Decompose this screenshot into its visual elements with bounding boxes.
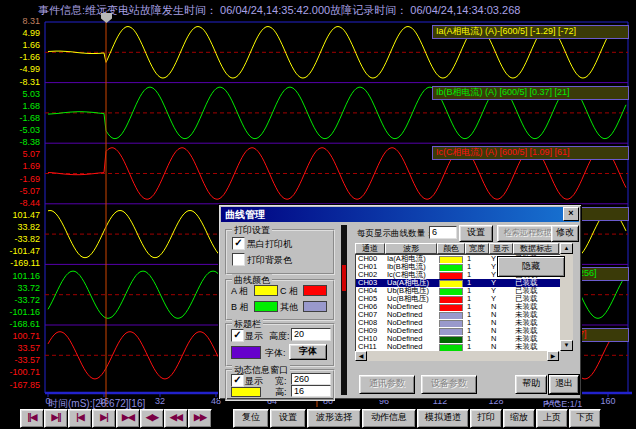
close-icon[interactable]: × xyxy=(563,207,579,221)
dyninfo-show-checkbox[interactable]: ✓ xyxy=(231,374,244,387)
y-scale-label-CH02: -5.07 xyxy=(0,187,40,196)
dyninfo-width-input[interactable]: 260 xyxy=(291,373,331,385)
y-scale-label-CH02: 1.69 xyxy=(0,162,40,171)
row-color-swatch xyxy=(439,328,463,335)
device-params-button[interactable]: 设备参数 xyxy=(421,375,477,394)
dyninfo-height-label: 高: xyxy=(275,386,287,399)
print-bg-checkbox[interactable] xyxy=(232,253,245,266)
horizontal-scrollbar[interactable]: ◀ ▶ xyxy=(355,351,559,361)
table-row-CH06[interactable]: CH06NoDefined1N未装载 xyxy=(356,303,560,311)
phase-a-swatch[interactable] xyxy=(254,285,278,296)
x-tick-label: 160 xyxy=(594,396,622,406)
print-bg-label: 打印背景色 xyxy=(247,254,292,267)
dyninfo-color-swatch[interactable] xyxy=(231,387,261,397)
nav-first-icon[interactable]: ||◀ xyxy=(20,409,44,428)
bw-printer-checkbox[interactable]: ✓ xyxy=(232,237,245,250)
titlebar-group: 标题栏 ✓ 显示 高度: 20 字体: 字体 xyxy=(225,323,335,367)
nav-compress-icon[interactable]: ▶◀ xyxy=(116,409,140,428)
exit-button[interactable]: 退出 xyxy=(549,375,579,394)
print-settings-group: 打印设置 ✓ 黑白打印机 打印背景色 xyxy=(225,229,335,275)
print-settings-title: 打印设置 xyxy=(232,224,272,237)
table-row-CH10[interactable]: CH10NoDefined1N未装载 xyxy=(356,335,560,343)
table-row-CH05[interactable]: CH05Uc(B相电压)1Y已装载 xyxy=(356,295,560,303)
hide-context-menu-item[interactable]: 隐藏 xyxy=(497,256,565,277)
phase-b-swatch[interactable] xyxy=(254,301,278,312)
scroll-left-icon[interactable]: ◀ xyxy=(355,351,367,361)
comm-params-button[interactable]: 通讯参数 xyxy=(359,375,415,394)
y-scale-label-CH05: 100.71 xyxy=(0,332,40,341)
row-color-swatch xyxy=(439,288,463,295)
row-color-swatch xyxy=(439,256,463,263)
help-button[interactable]: 帮助 xyxy=(515,375,547,394)
scroll-down-icon[interactable]: ▼ xyxy=(560,340,573,351)
y-scale-label-CH02: -8.44 xyxy=(0,199,40,208)
per-page-label: 每页显示曲线数量： xyxy=(357,228,434,240)
y-scale-label-CH01: -5.03 xyxy=(0,126,40,135)
y-scale-label-CH01: 5.03 xyxy=(0,90,40,99)
table-row-CH04[interactable]: CH04Ub(B相电压)1Y已装载 xyxy=(356,287,560,295)
table-row-CH08[interactable]: CH08NoDefined1N未装载 xyxy=(356,319,560,327)
row-color-swatch xyxy=(439,312,463,319)
retrieve-remote-button[interactable]: 检索远程数据 xyxy=(497,225,559,242)
toolbar-button-8[interactable]: 下页 xyxy=(569,409,601,428)
toolbar-button-3[interactable]: 动作信息 xyxy=(362,409,416,428)
row-color-swatch xyxy=(439,296,463,303)
nav-back-icon[interactable]: ◀◀ xyxy=(164,409,188,428)
titlebar-height-input[interactable]: 20 xyxy=(291,328,331,341)
y-scale-label-CH02: -1.69 xyxy=(0,175,40,184)
nav-expand-icon[interactable]: ◀▶ xyxy=(140,409,164,428)
titlebar-font-label: 字体: xyxy=(265,347,286,360)
y-scale-label-CH01: 1.68 xyxy=(0,102,40,111)
bottom-toolbar: ||◀▶|||◀▶|▶◀◀▶◀◀▶▶复位设置波形选择动作信息模拟通道打印缩放上页… xyxy=(0,407,636,429)
titlebar-height-label: 高度: xyxy=(269,330,290,343)
titlebar-color-swatch[interactable] xyxy=(231,346,261,359)
y-scale-label-CH03: 101.47 xyxy=(0,211,40,220)
table-row-CH07[interactable]: CH07NoDefined1N未装载 xyxy=(356,311,560,319)
nav-last-icon[interactable]: ▶|| xyxy=(44,409,68,428)
toolbar-button-0[interactable]: 复位 xyxy=(233,409,269,428)
y-scale-label-CH03: -169.11 xyxy=(0,259,40,268)
y-scale-label-CH03: -33.82 xyxy=(0,235,40,244)
titlebar-show-checkbox[interactable]: ✓ xyxy=(231,329,244,342)
y-scale-label-CH00: 4.99 xyxy=(0,29,40,38)
fault-recorder-window: 事件信息:维远变电站故障发生时间： 06/04/24,14:35:42.000故… xyxy=(0,0,636,429)
row-color-swatch xyxy=(439,304,463,311)
modify-button[interactable]: 修改 xyxy=(551,225,579,242)
y-scale-label-CH05: -100.71 xyxy=(0,368,40,377)
dialog-titlebar[interactable]: 曲线管理 xyxy=(221,207,579,222)
per-page-input[interactable]: 6 xyxy=(429,226,457,239)
row-color-swatch xyxy=(439,320,463,327)
dyninfo-group: 动态信息窗口 ✓ 显示 宽: 260 高: 16 xyxy=(225,369,335,401)
phase-a-label: A 相 xyxy=(231,285,248,298)
font-button[interactable]: 字体 xyxy=(289,344,327,360)
y-scale-label-CH05: -33.57 xyxy=(0,356,40,365)
table-header-cell: 波形 xyxy=(385,243,437,254)
table-header-cell: 显示 xyxy=(489,243,513,254)
scroll-up-icon[interactable]: ▲ xyxy=(560,243,573,254)
y-scale-label-CH04: 101.16 xyxy=(0,272,40,281)
set-button[interactable]: 设置 xyxy=(459,225,493,242)
phase-other-label: 其他 xyxy=(280,301,298,314)
table-header-cell: 通道 xyxy=(355,243,385,254)
phase-c-swatch[interactable] xyxy=(303,285,327,296)
row-color-swatch xyxy=(439,344,463,351)
table-row-CH11[interactable]: CH11NoDefined1N未装载 xyxy=(356,343,560,351)
panel-divider[interactable] xyxy=(341,225,347,395)
y-scale-label-CH04: 33.72 xyxy=(0,284,40,293)
toolbar-button-6[interactable]: 缩放 xyxy=(503,409,535,428)
toolbar-button-7[interactable]: 上页 xyxy=(536,409,568,428)
toolbar-button-2[interactable]: 波形选择 xyxy=(307,409,361,428)
dyninfo-height-input[interactable]: 16 xyxy=(291,385,331,397)
table-header-cell: 宽度 xyxy=(465,243,489,254)
toolbar-button-5[interactable]: 打印 xyxy=(470,409,502,428)
scroll-right-icon[interactable]: ▶ xyxy=(547,351,559,361)
nav-prev-cursor-icon[interactable]: |◀ xyxy=(68,409,92,428)
toolbar-button-1[interactable]: 设置 xyxy=(270,409,306,428)
channel-table-header: 通道波形颜色宽度显示数据标志 xyxy=(355,243,559,254)
nav-next-cursor-icon[interactable]: ▶| xyxy=(92,409,116,428)
table-row-CH03[interactable]: CH03Ua(A相电压)1Y已装载 xyxy=(356,279,560,287)
table-row-CH09[interactable]: CH09NoDefined1N未装载 xyxy=(356,327,560,335)
toolbar-button-4[interactable]: 模拟通道 xyxy=(417,409,469,428)
nav-forward-icon[interactable]: ▶▶ xyxy=(188,409,212,428)
phase-other-swatch[interactable] xyxy=(303,301,327,312)
